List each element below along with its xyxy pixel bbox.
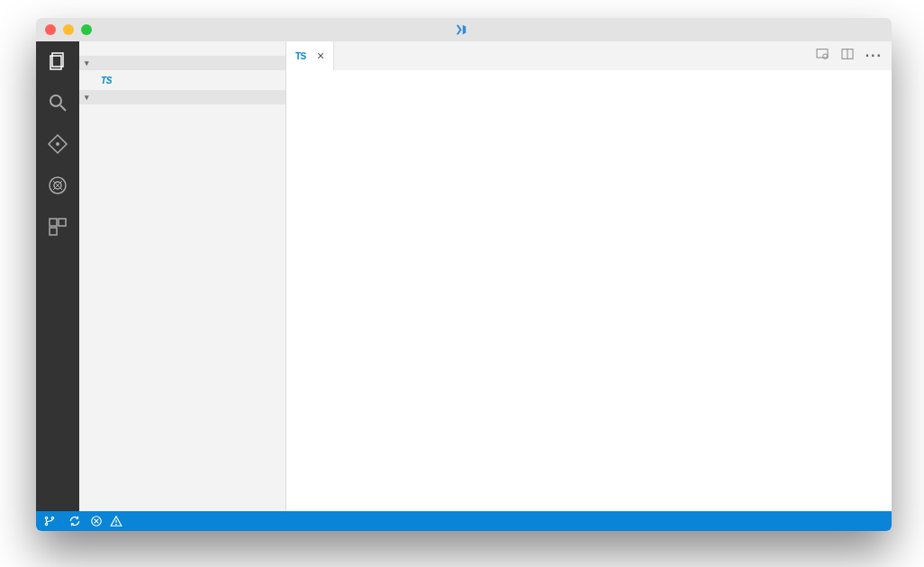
- explorer-icon[interactable]: [45, 49, 70, 74]
- show-preview-icon[interactable]: [815, 47, 829, 65]
- svg-point-4: [56, 142, 59, 146]
- tab-extension-ts[interactable]: TS ×: [286, 41, 334, 70]
- open-editor-item[interactable]: TS: [79, 70, 285, 90]
- svg-rect-9: [50, 228, 57, 235]
- problems-item[interactable]: [90, 515, 126, 527]
- split-editor-icon[interactable]: [840, 47, 855, 65]
- svg-rect-8: [59, 219, 66, 226]
- sidebar: ▾ TS ▾: [79, 41, 286, 511]
- typescript-file-icon: TS: [295, 51, 306, 61]
- svg-point-16: [51, 517, 53, 518]
- search-icon[interactable]: [45, 90, 70, 115]
- svg-point-2: [50, 95, 61, 106]
- more-actions-icon[interactable]: ···: [865, 48, 883, 64]
- git-branch-icon: [43, 515, 56, 527]
- svg-rect-10: [817, 50, 828, 58]
- svg-line-3: [60, 105, 66, 111]
- vscode-app-icon: [455, 23, 467, 36]
- workspace-header[interactable]: ▾: [79, 90, 285, 104]
- source-control-icon[interactable]: [45, 131, 70, 157]
- warning-icon: [110, 515, 122, 527]
- editor-group: TS × ···: [286, 41, 892, 511]
- branch-item[interactable]: [43, 515, 59, 527]
- editor-actions: ···: [815, 41, 892, 70]
- close-tab-icon[interactable]: ×: [317, 49, 324, 63]
- status-bar: [36, 511, 892, 531]
- chevron-down-icon: ▾: [85, 58, 89, 68]
- window: ▾ TS ▾ TS ×: [36, 18, 892, 531]
- window-title: [36, 23, 892, 36]
- svg-point-6: [54, 182, 61, 189]
- svg-point-15: [45, 523, 47, 525]
- svg-rect-7: [50, 219, 57, 226]
- chevron-down-icon: ▾: [85, 93, 89, 102]
- extensions-icon[interactable]: [45, 214, 70, 239]
- sidebar-title: [79, 41, 285, 56]
- titlebar: [36, 18, 892, 41]
- file-tree: [79, 104, 285, 511]
- open-editors-header[interactable]: ▾: [79, 56, 285, 70]
- typescript-file-icon: TS: [99, 76, 113, 86]
- svg-point-19: [116, 524, 117, 525]
- svg-point-11: [822, 54, 827, 58]
- activity-bar: [36, 41, 79, 511]
- sync-icon: [68, 515, 81, 527]
- svg-point-14: [45, 517, 47, 518]
- error-icon: [90, 515, 103, 527]
- debug-icon[interactable]: [45, 173, 70, 198]
- tab-bar: TS × ···: [286, 41, 892, 70]
- code-editor[interactable]: [286, 70, 892, 511]
- sync-item[interactable]: [68, 515, 81, 527]
